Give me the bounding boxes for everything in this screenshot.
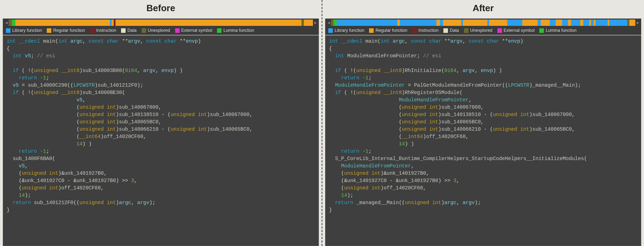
legend-external: External symbol <box>175 28 212 33</box>
legend-lumina: Lumina function <box>217 28 254 33</box>
legend-regular: Regular function <box>47 28 85 33</box>
after-navigation-bar[interactable]: ◀ ▶ <box>325 19 641 27</box>
nav-right-arrow-icon[interactable]: ▶ <box>314 20 317 26</box>
legend-unexplored: Unexplored <box>464 28 493 33</box>
before-decompiler-view[interactable]: int __cdecl main(int argc, const char **… <box>3 35 319 246</box>
legend-regular: Regular function <box>369 28 407 33</box>
comparison-container: Before ◀ ▶ Library function Regular func… <box>0 0 644 246</box>
legend-instruction: Instruction <box>412 28 439 33</box>
legend-instruction: Instruction <box>90 28 117 33</box>
legend-lumina: Lumina function <box>539 28 576 33</box>
after-legend: Library function Regular function Instru… <box>325 27 641 35</box>
before-navigation-bar[interactable]: ◀ ▶ <box>3 19 319 27</box>
legend-external: External symbol <box>497 28 535 33</box>
before-title: Before <box>3 0 319 19</box>
legend-unexplored: Unexplored <box>142 28 170 33</box>
after-panel: After ◀ ▶ Library function Regular funct… <box>322 0 644 246</box>
after-navbar-wrap: ◀ ▶ Library function Regular function In… <box>325 19 641 35</box>
before-panel: Before ◀ ▶ Library function Regular func… <box>0 0 322 246</box>
after-decompiler-view[interactable]: int __cdecl main(int argc, const char **… <box>325 35 641 246</box>
after-title: After <box>325 0 641 19</box>
legend-library: Library function <box>6 28 42 33</box>
nav-right-arrow-icon[interactable]: ▶ <box>636 20 639 26</box>
before-navbar-wrap: ◀ ▶ Library function Regular function In… <box>3 19 319 35</box>
before-legend: Library function Regular function Instru… <box>3 27 319 35</box>
nav-left-arrow-icon[interactable]: ◀ <box>5 20 8 26</box>
before-nav-segments[interactable] <box>9 20 313 26</box>
legend-library: Library function <box>328 28 364 33</box>
after-nav-segments[interactable] <box>331 20 635 26</box>
legend-data: Data <box>121 28 136 33</box>
nav-left-arrow-icon[interactable]: ◀ <box>327 20 330 26</box>
legend-data: Data <box>443 28 459 33</box>
